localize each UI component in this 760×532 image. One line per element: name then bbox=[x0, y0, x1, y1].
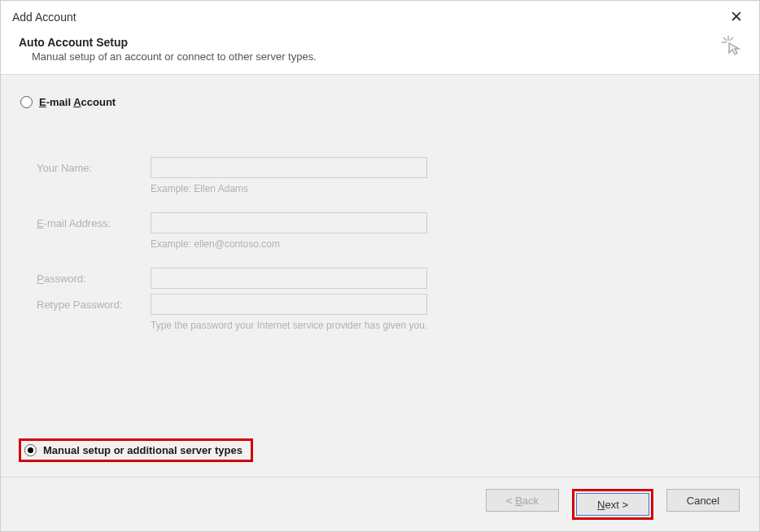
radio-selected-icon bbox=[24, 444, 37, 456]
titlebar: Add Account ✕ bbox=[1, 1, 759, 29]
next-button[interactable]: Next > bbox=[576, 493, 649, 516]
your-name-input bbox=[151, 157, 427, 178]
svg-line-3 bbox=[730, 37, 733, 41]
email-address-label: E-mail Address: bbox=[37, 217, 151, 229]
your-name-label: Your Name: bbox=[37, 162, 151, 174]
manual-setup-option[interactable]: Manual setup or additional server types bbox=[24, 444, 242, 456]
back-button: < Back bbox=[486, 489, 559, 512]
dialog-content: E-mail Account Your Name: Example: Ellen… bbox=[1, 75, 759, 477]
email-account-option[interactable]: E-mail Account bbox=[20, 96, 740, 108]
password-label: Password: bbox=[37, 273, 151, 285]
radio-unselected-icon bbox=[20, 96, 33, 108]
manual-setup-highlight: Manual setup or additional server types bbox=[19, 438, 253, 462]
retype-password-input bbox=[151, 294, 427, 315]
password-input bbox=[151, 268, 427, 289]
email-account-label: E-mail Account bbox=[39, 96, 116, 108]
add-account-dialog: Add Account ✕ Auto Account Setup Manual … bbox=[0, 0, 760, 532]
next-button-highlight: Next > bbox=[572, 489, 653, 520]
your-name-hint: Example: Ellen Adams bbox=[151, 183, 740, 194]
email-form-disabled: Your Name: Example: Ellen Adams E-mail A… bbox=[37, 157, 740, 331]
retype-password-label: Retype Password: bbox=[37, 299, 151, 311]
cursor-sparkle-icon bbox=[720, 34, 745, 62]
header-title: Auto Account Setup bbox=[19, 36, 741, 49]
manual-setup-label: Manual setup or additional server types bbox=[43, 444, 242, 456]
dialog-footer: < Back Next > Cancel bbox=[1, 477, 759, 531]
dialog-title: Add Account bbox=[12, 11, 76, 24]
cancel-button[interactable]: Cancel bbox=[666, 489, 740, 512]
header-subtitle: Manual setup of an account or connect to… bbox=[32, 50, 741, 63]
email-address-input bbox=[151, 212, 427, 233]
close-icon[interactable]: ✕ bbox=[725, 7, 748, 26]
dialog-header: Auto Account Setup Manual setup of an ac… bbox=[1, 29, 759, 75]
svg-line-2 bbox=[723, 37, 727, 41]
password-hint: Type the password your Internet service … bbox=[151, 320, 740, 331]
email-address-hint: Example: ellen@contoso.com bbox=[151, 238, 740, 250]
